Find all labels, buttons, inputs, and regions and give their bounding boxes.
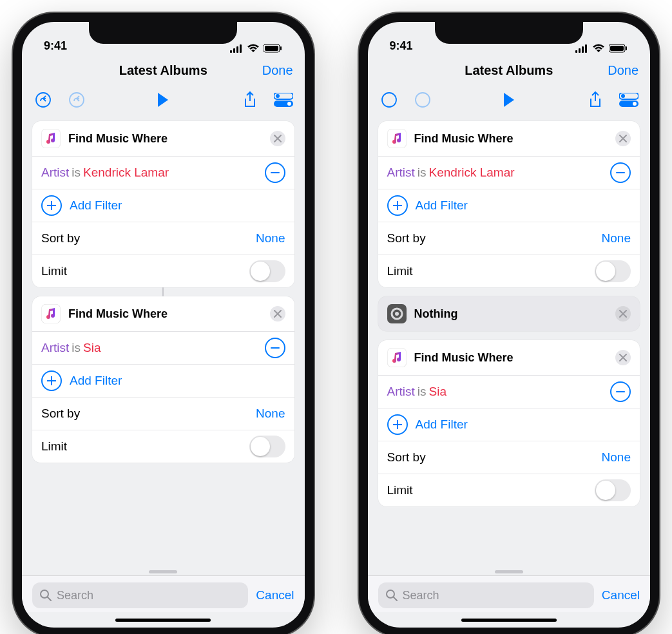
close-icon[interactable]: [615, 131, 631, 146]
svg-rect-32: [616, 391, 625, 392]
sort-by-value[interactable]: None: [602, 231, 631, 245]
card-header[interactable]: Find Music Where: [32, 296, 294, 332]
limit-row: Limit: [378, 255, 640, 287]
svg-rect-2: [236, 46, 238, 53]
remove-filter-button[interactable]: [610, 381, 631, 402]
filter-row[interactable]: ArtistisSia: [32, 332, 294, 365]
wifi-icon: [247, 44, 260, 53]
home-indicator[interactable]: [368, 612, 651, 628]
sort-by-row[interactable]: Sort by None: [378, 222, 640, 255]
settings-toggle-button[interactable]: [273, 89, 294, 111]
svg-point-12: [287, 102, 291, 106]
undo-button[interactable]: [32, 89, 54, 111]
play-button[interactable]: [152, 89, 174, 111]
footer: Search Cancel: [368, 575, 651, 628]
settings-toggle-button[interactable]: [618, 89, 640, 111]
action-card[interactable]: Find Music Where ArtistisSia: [32, 296, 294, 463]
svg-point-28: [633, 102, 637, 106]
remove-filter-button[interactable]: [265, 162, 285, 183]
cancel-button[interactable]: Cancel: [256, 588, 294, 602]
search-input[interactable]: Search: [32, 582, 248, 608]
sort-by-value[interactable]: None: [602, 450, 631, 465]
play-button[interactable]: [498, 89, 520, 111]
card-header[interactable]: Find Music Where: [32, 121, 294, 157]
search-placeholder: Search: [403, 589, 439, 602]
filter-row[interactable]: ArtistisKendrick Lamar: [378, 157, 640, 189]
filter-row[interactable]: ArtistisSia: [378, 376, 640, 408]
card-header[interactable]: Find Music Where: [378, 121, 640, 157]
action-card[interactable]: Find Music Where ArtistisKendrick Lamar: [378, 121, 640, 287]
card-header[interactable]: Find Music Where: [378, 340, 640, 376]
search-input[interactable]: Search: [378, 582, 594, 608]
search-icon: [386, 590, 398, 601]
sort-by-value[interactable]: None: [256, 231, 285, 245]
drag-handle[interactable]: [495, 570, 523, 573]
sort-by-row[interactable]: Sort by None: [378, 441, 640, 474]
sort-by-label: Sort by: [387, 231, 426, 245]
limit-row: Limit: [32, 430, 294, 463]
filter-text[interactable]: ArtistisKendrick Lamar: [41, 166, 169, 180]
svg-rect-3: [240, 44, 242, 53]
cancel-button[interactable]: Cancel: [602, 588, 640, 602]
filter-row[interactable]: ArtistisKendrick Lamar: [32, 157, 294, 189]
card-header[interactable]: Nothing: [378, 296, 640, 331]
add-filter-label: Add Filter: [416, 418, 468, 432]
svg-rect-14: [271, 347, 280, 349]
nav-bar: Latest Albums Done: [368, 54, 651, 86]
limit-row: Limit: [32, 255, 294, 287]
filter-text[interactable]: ArtistisKendrick Lamar: [387, 166, 515, 180]
status-indicators: [230, 44, 283, 53]
remove-filter-button[interactable]: [265, 338, 285, 358]
sort-by-row[interactable]: Sort by None: [32, 222, 294, 255]
share-button[interactable]: [584, 89, 606, 111]
iphone-frame-right: 9:41 Latest Albums Done: [359, 13, 660, 634]
add-filter-row[interactable]: Add Filter: [32, 189, 294, 222]
share-button[interactable]: [239, 89, 261, 111]
svg-point-15: [41, 590, 48, 598]
done-button[interactable]: Done: [608, 63, 638, 78]
svg-rect-16: [575, 50, 577, 53]
close-icon[interactable]: [615, 306, 631, 322]
page-title: Latest Albums: [465, 63, 553, 78]
screen: 9:41 Latest Albums Done: [22, 22, 305, 628]
svg-point-10: [276, 94, 280, 98]
close-icon[interactable]: [270, 131, 285, 146]
actions-list[interactable]: Find Music Where ArtistisKendrick Lamar: [368, 117, 651, 575]
add-filter-row[interactable]: Add Filter: [378, 189, 640, 222]
add-filter-row[interactable]: Add Filter: [378, 408, 640, 441]
add-filter-row[interactable]: Add Filter: [32, 365, 294, 398]
connector-line: [32, 287, 294, 296]
battery-icon: [264, 44, 283, 53]
actions-list[interactable]: Find Music Where ArtistisKendrick Lamar: [22, 117, 305, 575]
svg-rect-1: [233, 48, 235, 53]
plus-icon: [41, 370, 62, 391]
filter-text[interactable]: ArtistisSia: [41, 341, 101, 355]
sort-by-value[interactable]: None: [256, 407, 285, 421]
filter-text[interactable]: ArtistisSia: [387, 385, 446, 399]
drag-handle[interactable]: [149, 570, 177, 573]
redo-button: [412, 89, 434, 111]
home-indicator[interactable]: [22, 612, 305, 628]
limit-switch[interactable]: [249, 436, 285, 457]
done-button[interactable]: Done: [262, 63, 293, 78]
limit-label: Limit: [387, 483, 413, 497]
plus-icon: [387, 195, 408, 216]
card-title: Nothing: [414, 307, 608, 321]
undo-button[interactable]: [378, 89, 400, 111]
wifi-icon: [592, 44, 605, 53]
nothing-card[interactable]: Nothing: [378, 296, 640, 331]
close-icon[interactable]: [615, 350, 631, 365]
page-title: Latest Albums: [119, 63, 207, 78]
svg-point-26: [621, 94, 625, 98]
sort-by-row[interactable]: Sort by None: [32, 398, 294, 430]
action-card[interactable]: Find Music Where ArtistisKendrick Lamar: [32, 121, 294, 287]
limit-switch[interactable]: [249, 260, 285, 282]
svg-point-33: [387, 590, 394, 598]
svg-rect-19: [585, 44, 587, 53]
svg-point-8: [70, 93, 84, 107]
remove-filter-button[interactable]: [610, 162, 631, 183]
limit-switch[interactable]: [595, 260, 631, 282]
action-card[interactable]: Find Music Where ArtistisSia: [378, 340, 640, 506]
limit-switch[interactable]: [595, 479, 631, 501]
close-icon[interactable]: [270, 306, 285, 322]
